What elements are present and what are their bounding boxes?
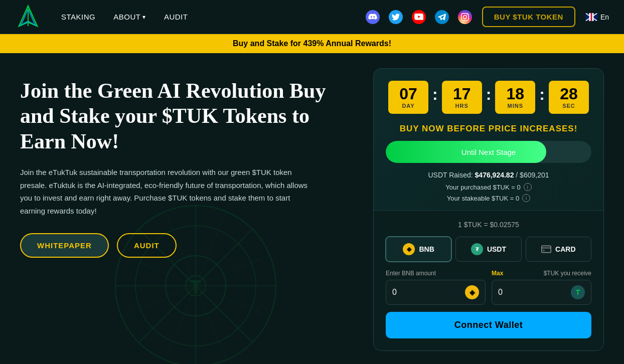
svg-rect-16 [542, 246, 551, 252]
card-label: CARD [555, 245, 575, 253]
timer-hours-value: 17 [451, 86, 473, 102]
tuk-input-label: Max $TUK you receive [492, 270, 591, 277]
social-icons [366, 10, 472, 24]
bnb-input[interactable] [392, 288, 461, 297]
countdown-timer: 07 DAY : 17 HRS : 18 MINS : 28 SEC [386, 81, 591, 114]
bnb-input-group: Enter BNB amount ◈ [386, 270, 486, 305]
navbar: STAKING ABOUT ▾ AUDIT BUY $TUK TOKEN En [0, 0, 624, 34]
timer-hours: 17 HRS [442, 81, 482, 114]
logo[interactable] [15, 4, 41, 30]
tab-bnb[interactable]: ◈ BNB [386, 237, 451, 262]
nav-links: STAKING ABOUT ▾ AUDIT [61, 13, 366, 21]
banner-text: Buy and Stake for 439% Annual Rewards! [233, 39, 391, 48]
announcement-banner: Buy and Stake for 439% Annual Rewards! [0, 34, 624, 53]
stakeable-info: Your stakeable $TUK = 0 i [386, 194, 591, 202]
stage-progress-bar: Until Next Stage [386, 141, 591, 163]
timer-mins-label: MINS [504, 103, 526, 109]
stage-bar-text: Until Next Stage [386, 141, 591, 163]
raised-info: USDT Raised: $476,924.82 / $609,201 [386, 171, 591, 179]
rate-info: 1 $TUK = $0.02575 [386, 221, 591, 229]
svg-text:T: T [190, 277, 201, 297]
usdt-label: USDT [487, 245, 506, 253]
tab-card[interactable]: CARD [526, 237, 591, 262]
hero-title: Join the Green AI Revolution Buy and Sta… [20, 78, 353, 154]
lang-label: En [600, 13, 609, 21]
whitepaper-button[interactable]: WHITEPAPER [20, 233, 109, 258]
connect-wallet-button[interactable]: Connect Wallet [386, 312, 591, 338]
buy-tuk-button[interactable]: BUY $TUK TOKEN [482, 7, 575, 27]
instagram-icon[interactable] [458, 10, 472, 24]
tuk-input-wrapper: T [492, 280, 591, 305]
payment-section: 1 $TUK = $0.02575 ◈ BNB ₮ USDT [374, 210, 603, 350]
timer-colon-1: : [432, 85, 438, 110]
tuk-coin-icon: T [571, 285, 585, 299]
nav-audit[interactable]: AUDIT [164, 13, 188, 21]
raised-total: $609,201 [520, 171, 549, 179]
purchased-tuk-label: Your purchased $TUK = 0 [445, 184, 520, 191]
tuk-input[interactable] [498, 288, 567, 297]
telegram-icon[interactable] [435, 10, 449, 24]
timer-days-value: 07 [397, 86, 419, 102]
payment-tabs: ◈ BNB ₮ USDT [386, 237, 591, 262]
main-content: Join the Green AI Revolution Buy and Sta… [0, 53, 624, 351]
uk-flag-icon [585, 13, 597, 21]
bnb-input-wrapper: ◈ [386, 280, 486, 305]
purchased-info: Your purchased $TUK = 0 i [386, 183, 591, 191]
raised-current: $476,924.82 [475, 171, 514, 179]
bnb-coin-icon: ◈ [465, 285, 479, 299]
stakeable-tuk-label: Your stakeable $TUK = 0 [447, 195, 519, 202]
youtube-icon[interactable] [412, 10, 426, 24]
timer-mins: 18 MINS [495, 81, 535, 114]
buy-now-text: BUY NOW BEFORE PRICE INCREASES! [386, 124, 591, 134]
presale-card-section: 07 DAY : 17 HRS : 18 MINS : 28 SEC [373, 68, 604, 351]
presale-card: 07 DAY : 17 HRS : 18 MINS : 28 SEC [373, 68, 604, 351]
max-label[interactable]: Max [492, 270, 503, 277]
purchased-info-icon[interactable]: i [524, 183, 532, 191]
lang-selector[interactable]: En [585, 13, 609, 21]
nav-staking[interactable]: STAKING [61, 13, 95, 21]
discord-icon[interactable] [366, 10, 380, 24]
wheel-decoration: T [110, 201, 281, 364]
timer-colon-3: : [539, 85, 545, 110]
credit-card-icon [541, 245, 551, 253]
bnb-input-label: Enter BNB amount [386, 270, 486, 277]
bnb-icon: ◈ [403, 243, 415, 255]
timer-mins-value: 18 [504, 86, 526, 102]
timer-days: 07 DAY [388, 81, 428, 114]
tuk-input-group: Max $TUK you receive T [492, 270, 591, 305]
nav-about[interactable]: ABOUT ▾ [113, 13, 146, 21]
timer-days-label: DAY [397, 103, 419, 109]
bnb-label: BNB [419, 245, 434, 253]
chevron-down-icon: ▾ [142, 14, 146, 21]
timer-secs-label: SEC [558, 103, 580, 109]
twitter-icon[interactable] [389, 10, 403, 24]
tab-usdt[interactable]: ₮ USDT [455, 237, 521, 262]
stakeable-info-icon[interactable]: i [522, 194, 530, 202]
usdt-icon: ₮ [471, 243, 483, 255]
timer-colon-2: : [486, 85, 492, 110]
input-row: Enter BNB amount ◈ Max $TUK you receive [386, 270, 591, 305]
timer-hours-label: HRS [451, 103, 473, 109]
timer-secs-value: 28 [558, 86, 580, 102]
timer-secs: 28 SEC [549, 81, 589, 114]
